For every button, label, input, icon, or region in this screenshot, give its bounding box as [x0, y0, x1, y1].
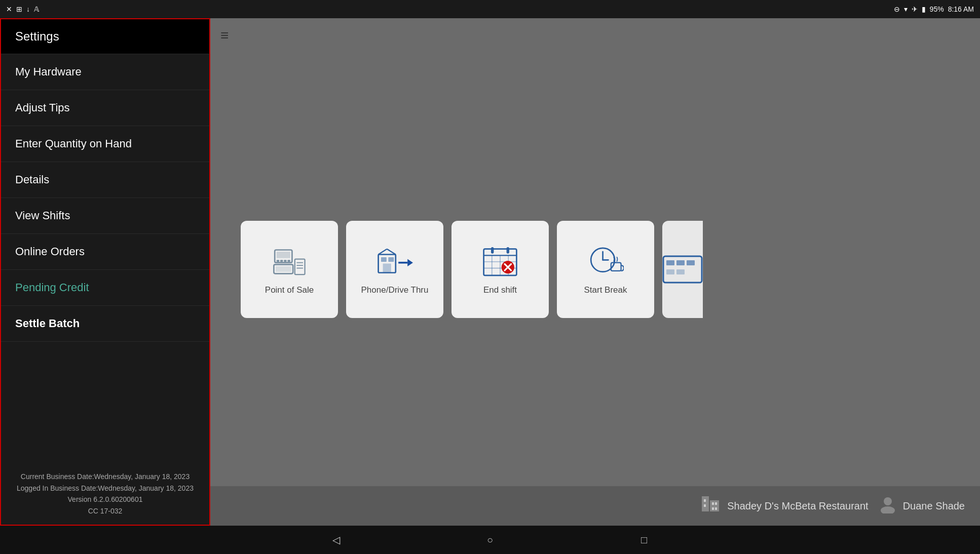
user-name: Duane Shade — [903, 500, 965, 512]
airplane-icon: ✈ — [912, 5, 918, 13]
svg-line-17 — [387, 249, 396, 255]
card-start-break[interactable]: Start Break — [557, 221, 654, 318]
recent-button[interactable]: □ — [633, 529, 655, 551]
logged-in-business-date: Logged In Business Date:Wednesday, Janua… — [15, 483, 195, 494]
svg-rect-2 — [277, 260, 279, 262]
sidebar-item-enter-quantity[interactable]: Enter Quantity on Hand — [1, 126, 209, 162]
restaurant-name: Shadey D's McBeta Restaurant — [727, 500, 868, 512]
content-header: ≡ — [210, 18, 980, 53]
do-not-disturb-icon: ⊖ — [894, 5, 900, 13]
card-start-break-label: Start Break — [584, 285, 627, 295]
card-end-shift-label: End shift — [483, 285, 517, 295]
svg-rect-38 — [666, 260, 674, 265]
status-bar: ✕ ⊞ ↓ 𝔸 ⊖ ▾ ✈ ▮ 95% 8:16 AM — [0, 0, 980, 18]
card-end-shift[interactable]: End shift — [451, 221, 549, 318]
pos-icon — [269, 244, 310, 279]
sidebar-item-settle-batch[interactable]: Settle Batch — [1, 306, 209, 342]
card-phone-drive-thru[interactable]: Phone/Drive Thru — [346, 221, 443, 318]
user-info: Duane Shade — [879, 495, 965, 517]
card-scoreboard[interactable] — [662, 221, 703, 318]
cards-container: Point of Sale — [210, 53, 980, 486]
start-break-icon — [585, 244, 626, 279]
hamburger-menu-icon[interactable]: ≡ — [220, 27, 229, 44]
svg-rect-5 — [287, 260, 290, 262]
card-point-of-sale[interactable]: Point of Sale — [241, 221, 338, 318]
battery-icon: ▮ — [922, 5, 926, 13]
clock: 8:16 AM — [948, 5, 974, 13]
notification-icon-3: ↓ — [26, 5, 30, 13]
card-pos-label: Point of Sale — [265, 285, 314, 295]
notification-icon-2: ⊞ — [16, 5, 22, 13]
svg-rect-13 — [381, 257, 387, 262]
content-footer: Shadey D's McBeta Restaurant Duane Shade — [210, 486, 980, 526]
notification-icon-4: 𝔸 — [34, 5, 39, 13]
svg-rect-15 — [383, 264, 391, 273]
content-area: ≡ — [210, 18, 980, 526]
svg-marker-19 — [407, 259, 413, 266]
cc-info: CC 17-032 — [15, 505, 195, 517]
sidebar-item-adjust-tips[interactable]: Adjust Tips — [1, 90, 209, 126]
svg-rect-40 — [687, 260, 695, 265]
sidebar-item-online-orders[interactable]: Online Orders — [1, 234, 209, 270]
svg-point-51 — [884, 497, 892, 505]
card-drive-thru-label: Phone/Drive Thru — [361, 285, 429, 295]
sidebar-item-my-hardware[interactable]: My Hardware — [1, 54, 209, 90]
svg-rect-46 — [704, 504, 706, 507]
svg-rect-22 — [491, 247, 494, 254]
current-business-date: Current Business Date:Wednesday, January… — [15, 471, 195, 482]
svg-rect-42 — [676, 269, 685, 274]
building-icon — [700, 493, 721, 519]
battery-percent: 95% — [930, 5, 944, 13]
status-bar-left: ✕ ⊞ ↓ 𝔸 — [6, 5, 39, 13]
sidebar-item-pending-credit[interactable]: Pending Credit — [1, 270, 209, 306]
svg-rect-44 — [710, 500, 719, 511]
svg-rect-49 — [712, 507, 714, 510]
svg-rect-1 — [277, 252, 290, 258]
sidebar-item-details[interactable]: Details — [1, 162, 209, 198]
sidebar-footer: Current Business Date:Wednesday, January… — [1, 466, 209, 525]
svg-rect-48 — [715, 502, 717, 505]
svg-rect-7 — [276, 266, 291, 272]
sidebar-item-view-shifts[interactable]: View Shifts — [1, 198, 209, 234]
home-button[interactable]: ○ — [479, 529, 501, 551]
svg-rect-47 — [712, 502, 714, 505]
svg-rect-3 — [280, 260, 283, 262]
version-info: Version 6.2.0.60200601 — [15, 494, 195, 505]
svg-rect-14 — [388, 257, 394, 262]
svg-rect-4 — [284, 260, 286, 262]
status-bar-right: ⊖ ▾ ✈ ▮ 95% 8:16 AM — [894, 5, 974, 13]
drive-thru-icon — [374, 244, 415, 279]
svg-rect-23 — [507, 247, 509, 254]
svg-line-16 — [379, 249, 387, 255]
svg-rect-8 — [295, 259, 305, 275]
svg-rect-50 — [715, 507, 717, 510]
svg-rect-39 — [676, 260, 685, 265]
notification-icon-1: ✕ — [6, 5, 12, 13]
svg-point-52 — [881, 506, 895, 513]
sidebar: Settings My Hardware Adjust Tips Enter Q… — [0, 18, 210, 526]
svg-rect-45 — [704, 499, 706, 502]
restaurant-info: Shadey D's McBeta Restaurant — [700, 493, 868, 519]
wifi-icon: ▾ — [904, 5, 908, 13]
user-icon — [879, 495, 897, 517]
main-layout: Settings My Hardware Adjust Tips Enter Q… — [0, 18, 980, 526]
scoreboard-icon — [662, 252, 703, 287]
end-shift-icon — [480, 244, 520, 279]
nav-bar: ◁ ○ □ — [0, 526, 980, 554]
sidebar-item-settings[interactable]: Settings — [1, 19, 209, 54]
svg-rect-41 — [666, 269, 674, 274]
back-button[interactable]: ◁ — [325, 529, 347, 551]
svg-rect-43 — [702, 496, 709, 511]
